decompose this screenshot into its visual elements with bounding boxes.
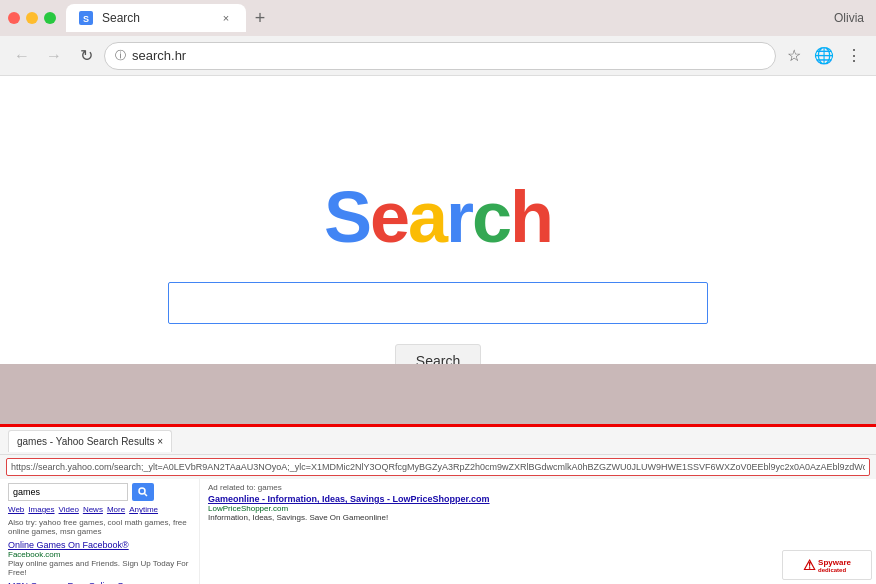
title-bar: S Search × + Olivia — [0, 0, 876, 36]
logo-letter-r: r — [446, 177, 472, 257]
yahoo-result-1: Online Games On Facebook® Facebook.com P… — [8, 540, 191, 577]
minimize-window-button[interactable] — [26, 12, 38, 24]
filter-news[interactable]: News — [83, 505, 103, 514]
filter-web[interactable]: Web — [8, 505, 24, 514]
nav-actions: ☆ 🌐 ⋮ — [780, 42, 868, 70]
yahoo-content: Web Images Video News More Anytime Also … — [0, 479, 876, 584]
content-area: Search Search games - Yahoo Search Resul… — [0, 76, 876, 584]
svg-point-2 — [139, 488, 145, 494]
yahoo-ad-url: LowPriceShopper.com — [208, 504, 868, 513]
bookmark-button[interactable]: ☆ — [780, 42, 808, 70]
navigation-bar: ← → ↻ ⓘ search.hr ☆ 🌐 ⋮ — [0, 36, 876, 76]
yahoo-address-box[interactable]: https://search.yahoo.com/search;_ylt=A0L… — [6, 458, 870, 476]
search-logo: Search — [324, 176, 552, 258]
yahoo-left-column: Web Images Video News More Anytime Also … — [0, 479, 200, 584]
svg-line-3 — [145, 494, 148, 497]
yahoo-ad-title[interactable]: Gameonline - Information, Ideas, Savings… — [208, 494, 868, 504]
yahoo-filters: Web Images Video News More Anytime — [8, 505, 191, 514]
yahoo-title-bar: games - Yahoo Search Results × — [0, 427, 876, 455]
active-tab[interactable]: S Search × — [66, 4, 246, 32]
yahoo-tab[interactable]: games - Yahoo Search Results × — [8, 430, 172, 452]
yahoo-result-1-title[interactable]: Online Games On Facebook® — [8, 540, 191, 550]
menu-button[interactable]: ⋮ — [840, 42, 868, 70]
chrome-window: S Search × + Olivia ← → ↻ ⓘ search.hr ☆ — [0, 0, 876, 584]
svg-text:S: S — [83, 14, 89, 24]
spyware-sub: dedicated — [818, 567, 851, 573]
globe-icon: 🌐 — [814, 46, 834, 65]
logo-letter-s: S — [324, 177, 370, 257]
logo-letter-e: e — [370, 177, 408, 257]
logo-letter-c: c — [472, 177, 510, 257]
tab-title: Search — [102, 11, 210, 25]
new-tab-button[interactable]: + — [246, 4, 274, 32]
refresh-button[interactable]: ↻ — [72, 42, 100, 70]
window-controls — [8, 12, 56, 24]
tab-area: S Search × + — [66, 4, 868, 32]
yahoo-ad-desc: Information, Ideas, Savings. Save On Gam… — [208, 513, 868, 522]
yahoo-tab-label: games - Yahoo Search Results × — [17, 436, 163, 447]
yahoo-address-bar-container: https://search.yahoo.com/search;_ylt=A0L… — [0, 455, 876, 479]
yahoo-address-text: https://search.yahoo.com/search;_ylt=A0L… — [11, 462, 865, 472]
address-bar[interactable]: ⓘ search.hr — [104, 42, 776, 70]
back-icon: ← — [14, 47, 30, 65]
spyware-text-area: Spyware dedicated — [818, 558, 851, 573]
tab-favicon: S — [78, 10, 94, 26]
yahoo-results-overlay: games - Yahoo Search Results × https://s… — [0, 424, 876, 584]
filter-video[interactable]: Video — [59, 505, 79, 514]
spyware-icon: ⚠ — [803, 557, 816, 573]
user-profile[interactable]: Olivia — [834, 11, 864, 25]
spyware-badge: ⚠ Spyware dedicated — [782, 550, 872, 580]
maximize-window-button[interactable] — [44, 12, 56, 24]
secure-icon: ⓘ — [115, 48, 126, 63]
logo-letter-h: h — [510, 177, 552, 257]
filter-images[interactable]: Images — [28, 505, 54, 514]
filter-anytime[interactable]: Anytime — [129, 505, 158, 514]
yahoo-search-input[interactable] — [8, 483, 128, 501]
logo-letter-a: a — [408, 177, 446, 257]
back-button[interactable]: ← — [8, 42, 36, 70]
refresh-icon: ↻ — [80, 46, 93, 65]
close-window-button[interactable] — [8, 12, 20, 24]
yahoo-ad-header: Ad related to: games — [208, 483, 868, 492]
globe-button[interactable]: 🌐 — [810, 42, 838, 70]
bookmark-icon: ☆ — [787, 46, 801, 65]
yahoo-search-button[interactable] — [132, 483, 154, 501]
spyware-name: Spyware — [818, 558, 851, 567]
yahoo-search-bar — [8, 483, 191, 501]
tab-close-button[interactable]: × — [218, 10, 234, 26]
search-input[interactable] — [168, 282, 708, 324]
search-icon — [138, 487, 148, 497]
search-input-container — [168, 282, 708, 324]
filter-more[interactable]: More — [107, 505, 125, 514]
yahoo-result-1-url: Facebook.com — [8, 550, 191, 559]
forward-button[interactable]: → — [40, 42, 68, 70]
yahoo-refine-label: Also try: yahoo free games, cool math ga… — [8, 518, 191, 536]
yahoo-result-1-desc: Play online games and Friends. Sign Up T… — [8, 559, 191, 577]
yahoo-right-column: Ad related to: games Gameonline - Inform… — [200, 479, 876, 584]
forward-icon: → — [46, 47, 62, 65]
address-text: search.hr — [132, 48, 765, 63]
menu-icon: ⋮ — [846, 46, 862, 65]
